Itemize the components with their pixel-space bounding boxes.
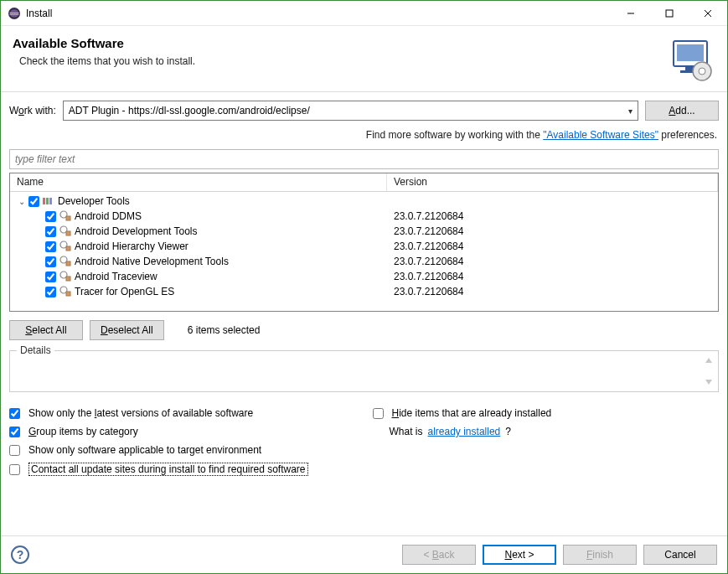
opt-hide-installed[interactable]: Hide items that are already installed (373, 407, 720, 419)
already-installed-link[interactable]: already installed (428, 426, 501, 437)
feature-icon (59, 240, 71, 252)
svg-point-13 (699, 68, 705, 75)
filter-input[interactable] (9, 149, 719, 169)
item-version: 23.0.7.2120684 (387, 286, 718, 297)
minimize-button[interactable] (612, 1, 650, 25)
opt-latest-versions[interactable]: Show only the latest versions of availab… (9, 407, 356, 419)
window-controls (612, 1, 727, 25)
software-table: Name Version ⌄Developer ToolsAndroid DDM… (9, 173, 719, 312)
column-version[interactable]: Version (387, 173, 718, 191)
sites-hint: Find more software by working with the "… (9, 129, 719, 141)
item-checkbox[interactable] (45, 256, 56, 267)
cancel-button[interactable]: Cancel (643, 545, 717, 565)
next-button[interactable]: Next > (483, 545, 556, 565)
item-name: Tracer for OpenGL ES (75, 286, 174, 297)
install-wizard-icon (669, 36, 715, 83)
tree-item-row[interactable]: Android Traceview23.0.7.2120684 (10, 269, 718, 284)
tree-item-row[interactable]: Android Development Tools23.0.7.2120684 (10, 224, 718, 239)
svg-rect-28 (66, 292, 70, 296)
feature-icon (59, 286, 71, 297)
item-name: Android Traceview (75, 271, 157, 282)
item-checkbox[interactable] (45, 271, 56, 282)
page-title: Available Software (13, 36, 669, 50)
category-label: Developer Tools (58, 195, 130, 207)
select-all-button[interactable]: Select All (9, 320, 83, 340)
feature-icon (59, 256, 71, 267)
category-icon (43, 196, 54, 206)
svg-rect-5 (666, 10, 673, 17)
details-scrollbar[interactable] (704, 356, 715, 386)
feature-icon (59, 210, 71, 222)
column-name[interactable]: Name (10, 173, 387, 191)
chevron-down-icon[interactable]: ▾ (622, 106, 638, 116)
finish-button[interactable]: Finish (563, 545, 637, 565)
tree-item-row[interactable]: Android Native Development Tools23.0.7.2… (10, 254, 718, 269)
item-version: 23.0.7.2120684 (387, 271, 718, 282)
page-subtitle: Check the items that you wish to install… (13, 55, 669, 67)
deselect-all-button[interactable]: Deselect All (90, 320, 164, 340)
svg-rect-20 (66, 231, 70, 235)
item-version: 23.0.7.2120684 (387, 240, 718, 252)
item-version: 23.0.7.2120684 (387, 210, 718, 222)
opt-applicable-env[interactable]: Show only software applicable to target … (9, 444, 356, 456)
feature-icon (59, 225, 71, 237)
work-with-label: Work with: (9, 105, 56, 116)
item-name: Android DDMS (75, 210, 142, 222)
work-with-row: Work with: ▾ Add... (9, 101, 719, 121)
back-button[interactable]: < Back (402, 545, 476, 565)
svg-rect-22 (66, 246, 70, 251)
tree-item-row[interactable]: Android DDMS23.0.7.2120684 (10, 209, 718, 224)
close-button[interactable] (689, 1, 727, 25)
work-with-input[interactable] (64, 105, 622, 116)
feature-icon (59, 271, 71, 282)
details-label: Details (17, 344, 54, 356)
item-checkbox[interactable] (45, 287, 56, 297)
expand-icon[interactable]: ⌄ (15, 197, 28, 206)
item-version: 23.0.7.2120684 (387, 256, 718, 267)
window-title: Install (26, 8, 612, 19)
item-name: Android Development Tools (75, 225, 198, 237)
item-version: 23.0.7.2120684 (387, 225, 718, 237)
table-header: Name Version (10, 173, 718, 192)
options-grid: Show only the latest versions of availab… (9, 407, 719, 476)
opt-group-category[interactable]: Group items by category (9, 426, 356, 437)
maximize-button[interactable] (650, 1, 689, 25)
svg-rect-14 (43, 198, 45, 204)
table-body: ⌄Developer ToolsAndroid DDMS23.0.7.21206… (10, 192, 718, 301)
dialog-footer: ? < Back Next > Finish Cancel (1, 535, 727, 573)
svg-rect-2 (10, 13, 19, 13)
dialog-body: Work with: ▾ Add... Find more software b… (1, 92, 727, 535)
selection-row: Select All Deselect All 6 items selected (9, 320, 719, 340)
category-checkbox[interactable] (28, 196, 39, 207)
item-name: Android Native Development Tools (75, 256, 229, 267)
help-icon[interactable]: ? (11, 546, 29, 564)
tree-item-row[interactable]: Android Hierarchy Viewer23.0.7.2120684 (10, 239, 718, 254)
titlebar: Install (1, 1, 727, 26)
item-name: Android Hierarchy Viewer (75, 240, 188, 252)
item-checkbox[interactable] (45, 226, 56, 237)
svg-rect-24 (66, 261, 70, 266)
selection-count: 6 items selected (188, 324, 261, 336)
svg-point-1 (10, 9, 18, 17)
svg-rect-18 (66, 216, 70, 220)
eclipse-icon (8, 7, 21, 20)
item-checkbox[interactable] (45, 211, 56, 222)
details-group: Details (9, 350, 719, 392)
add-button[interactable]: Add... (645, 101, 719, 121)
svg-rect-15 (46, 198, 49, 204)
available-sites-link[interactable]: "Available Software Sites" (543, 129, 658, 141)
svg-rect-26 (66, 277, 70, 281)
dialog-header: Available Software Check the items that … (1, 26, 727, 92)
work-with-combo[interactable]: ▾ (63, 101, 638, 121)
opt-contact-sites[interactable]: Contact all update sites during install … (9, 463, 356, 476)
tree-category-row[interactable]: ⌄Developer Tools (10, 194, 718, 209)
svg-rect-16 (49, 198, 52, 204)
svg-rect-9 (677, 44, 704, 61)
svg-rect-3 (10, 13, 19, 14)
tree-item-row[interactable]: Tracer for OpenGL ES23.0.7.2120684 (10, 284, 718, 299)
item-checkbox[interactable] (45, 241, 56, 252)
already-installed-hint: What is already installed? (373, 426, 720, 437)
